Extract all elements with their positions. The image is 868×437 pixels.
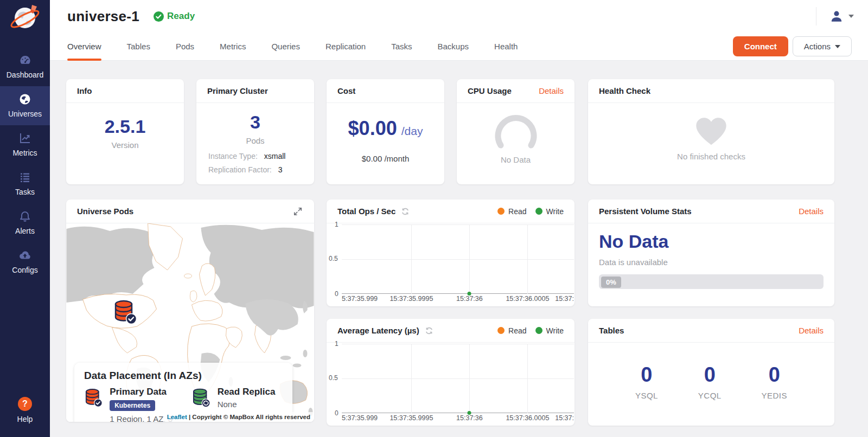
primary-cluster-card: Primary Cluster 3 Pods Instance Type: xs…: [196, 79, 314, 184]
tab-queries[interactable]: Queries: [271, 33, 300, 61]
read-dot-icon: [497, 208, 505, 215]
y-tick: 1: [335, 340, 339, 348]
cost-per-month: $0.00 /month: [362, 154, 410, 163]
x-tick: 5:37:35.999: [342, 295, 378, 303]
world-map[interactable]: Data Placement (In AZs): [66, 223, 314, 422]
cluster-map-marker[interactable]: [113, 299, 138, 327]
expand-icon[interactable]: [292, 206, 303, 217]
primary-cluster-title: Primary Cluster: [196, 79, 314, 103]
sidebar-item-label: Alerts: [15, 227, 35, 235]
read-replica-label: Read Replica: [218, 387, 276, 397]
avg-latency-x-axis: 5:37:35.999 15:37:35.9995 15:37:36 15:37…: [342, 413, 574, 424]
sidebar-item-label: Tasks: [15, 188, 35, 196]
x-tick: 15:37:: [555, 414, 574, 422]
info-card-title: Info: [66, 79, 184, 103]
sidebar-item-tasks[interactable]: Tasks: [0, 164, 50, 203]
legend-read-label: Read: [508, 326, 526, 335]
universe-pods-card: Universe Pods: [66, 200, 314, 422]
ysql-label: YSQL: [635, 391, 658, 400]
pvs-caption: Data is unavailable: [599, 258, 824, 267]
cpu-details-link[interactable]: Details: [539, 86, 564, 95]
legend-write: Write: [535, 326, 564, 335]
alerts-bell-icon: [18, 210, 31, 223]
primary-data-label: Primary Data: [110, 387, 192, 397]
tab-overview[interactable]: Overview: [67, 33, 101, 61]
sidebar-item-metrics[interactable]: Metrics: [0, 125, 50, 164]
total-ops-plot: 1 0.5 0: [342, 224, 574, 294]
info-card: Info 2.5.1 Version: [66, 79, 184, 184]
user-avatar-icon[interactable]: [829, 9, 844, 23]
replication-factor-row: Replication Factor: 3: [208, 165, 302, 174]
y-tick: 1: [335, 221, 339, 228]
health-empty-text: No finished checks: [677, 152, 745, 161]
avg-latency-title: Average Latency (µs): [337, 326, 419, 335]
refresh-icon[interactable]: [401, 207, 410, 216]
sidebar-item-label: Metrics: [12, 149, 37, 157]
metrics-chart-icon: [18, 132, 31, 145]
refresh-icon[interactable]: [425, 326, 433, 335]
tab-metrics[interactable]: Metrics: [220, 33, 246, 61]
replication-factor-label: Replication Factor:: [208, 165, 272, 174]
legend-write-label: Write: [546, 207, 564, 216]
sidebar-item-label: Help: [17, 415, 33, 423]
status-badge: Ready: [154, 11, 195, 22]
leaflet-link[interactable]: Leaflet: [167, 414, 187, 420]
user-menu[interactable]: [816, 7, 854, 25]
heart-icon: [693, 115, 729, 146]
tables-card: Tables Details 0 YSQL 0 YCQL 0 YEDIS: [588, 319, 834, 426]
health-check-title: Health Check: [588, 79, 834, 103]
pvs-details-link[interactable]: Details: [799, 207, 824, 216]
x-tick: 15:37:36.0005: [506, 295, 549, 303]
write-dot-icon: [535, 208, 542, 215]
sidebar-item-help[interactable]: ? Help: [0, 390, 50, 430]
version-caption: Version: [111, 140, 138, 150]
chevron-down-icon: [848, 15, 854, 18]
tab-tables[interactable]: Tables: [127, 33, 150, 61]
sidebar-item-universes[interactable]: Universes: [0, 86, 50, 125]
legend-write-label: Write: [546, 326, 564, 335]
status-label: Ready: [167, 11, 195, 22]
tab-pods[interactable]: Pods: [176, 33, 194, 61]
sidebar-item-dashboard[interactable]: Dashboard: [0, 47, 50, 86]
help-question-icon: ?: [18, 397, 32, 411]
ysql-count: 0: [641, 363, 652, 387]
tab-health[interactable]: Health: [494, 33, 518, 61]
version-value: 2.5.1: [105, 116, 146, 137]
y-tick: 0: [335, 409, 339, 417]
tabs: Overview Tables Pods Metrics Queries Rep…: [67, 33, 518, 61]
kubernetes-badge: Kubernetes: [110, 400, 155, 411]
pvs-progress-label: 0%: [601, 277, 621, 288]
actions-button[interactable]: Actions: [793, 36, 852, 56]
yedis-label: YEDIS: [762, 391, 788, 400]
connect-button[interactable]: Connect: [733, 36, 788, 56]
instance-type-label: Instance Type:: [208, 152, 258, 160]
avg-latency-chart-card: Average Latency (µs) Read: [327, 319, 575, 426]
configs-cloud-icon: [18, 249, 32, 262]
write-dot-icon: [535, 327, 542, 334]
yugabyte-logo-icon[interactable]: [8, 3, 42, 34]
sidebar-item-configs[interactable]: Configs: [0, 242, 50, 281]
primary-database-icon: [84, 387, 103, 409]
tab-tasks[interactable]: Tasks: [391, 33, 412, 61]
cost-card-title: Cost: [327, 79, 444, 103]
x-tick: 15:37:36: [456, 295, 483, 303]
chart-legend: Read Write: [497, 207, 564, 216]
pods-caption: Pods: [246, 136, 264, 145]
sidebar-item-alerts[interactable]: Alerts: [0, 203, 50, 242]
cpu-usage-title: CPU Usage: [468, 86, 512, 95]
ysql-stat: 0 YSQL: [635, 363, 658, 400]
ycql-stat: 0 YCQL: [698, 363, 722, 400]
cpu-usage-card: CPU Usage Details No Data: [457, 79, 575, 184]
tabbar: Overview Tables Pods Metrics Queries Rep…: [50, 33, 868, 61]
sidebar-item-label: Universes: [8, 110, 42, 118]
persistent-volume-title: Persistent Volume Stats: [599, 207, 692, 216]
tables-title: Tables: [599, 326, 624, 335]
tables-details-link[interactable]: Details: [799, 326, 824, 335]
sidebar-item-label: Dashboard: [7, 70, 44, 79]
tab-backups[interactable]: Backups: [438, 33, 469, 61]
actions-button-label: Actions: [804, 42, 831, 51]
avg-latency-plot: 1 0.5 0: [342, 344, 574, 413]
persistent-volume-card: Persistent Volume Stats Details No Data …: [588, 200, 834, 306]
tab-replication[interactable]: Replication: [326, 33, 366, 61]
ycql-label: YCQL: [698, 391, 722, 400]
